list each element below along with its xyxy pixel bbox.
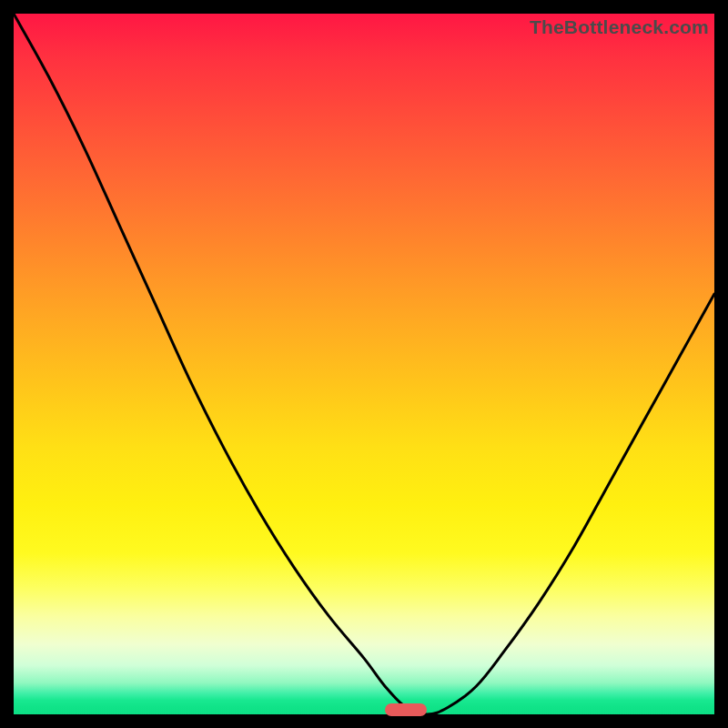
bottleneck-curve: [14, 14, 714, 714]
chart-frame: TheBottleneck.com: [14, 14, 714, 714]
optimal-marker: [385, 703, 427, 716]
plot-area: TheBottleneck.com: [14, 14, 714, 714]
